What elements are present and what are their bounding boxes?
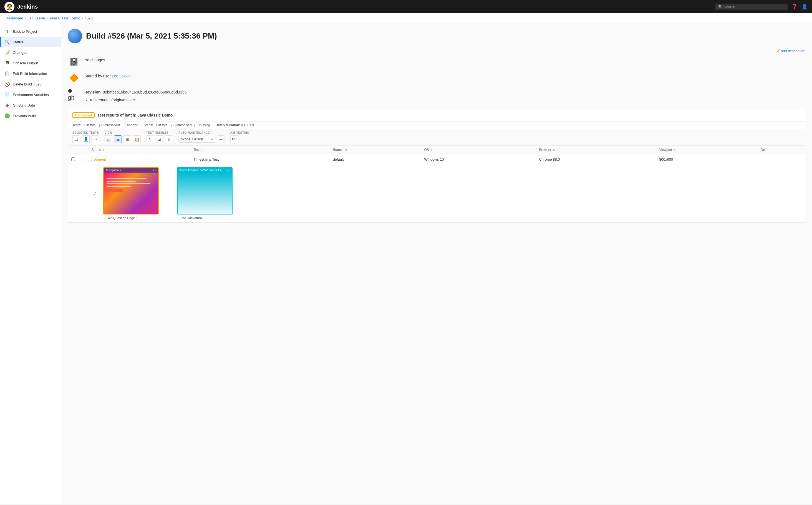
fake-line <box>107 183 150 184</box>
sidebar-item-delete-build[interactable]: 🚫 Delete build '#526' <box>0 79 61 90</box>
sidebar-item-status[interactable]: 🔍 Status <box>0 37 61 47</box>
search-bar[interactable]: 🔍 <box>715 4 788 10</box>
build-title: Build #526 (Mar 5, 2021 5:35:36 PM) <box>86 32 217 40</box>
sidebar-item-back-to-project[interactable]: ⬆ Back to Project <box>0 26 61 37</box>
revision-row: ◆ git Revision: 80bafceb16bd041638b9d320… <box>68 88 805 103</box>
fake-line <box>107 181 136 182</box>
test-results-label: TEST RESULTS <box>146 131 168 134</box>
maintenance-action-btn[interactable]: ⇢ <box>217 135 225 143</box>
thumbnail-img-1[interactable]: 👁 applitools × □ <box>103 167 159 214</box>
thumb-visual-2 <box>178 172 232 214</box>
grid-btn[interactable]: ⊞ <box>124 135 131 143</box>
git-icon-main: ◆ git <box>68 88 80 100</box>
ab-testing-controls: A/B <box>230 135 238 143</box>
compare-icon: ≠ <box>92 191 99 196</box>
jenkins-logo: 🤵 Jenkins <box>4 2 38 12</box>
help-icon[interactable]: ❓ <box>792 4 798 10</box>
sidebar-item-changes[interactable]: 📝 Changes <box>0 47 61 58</box>
user-btn[interactable]: 👤 <box>82 135 90 143</box>
row-branch-cell: default <box>330 154 421 165</box>
breadcrumb-dashboard[interactable]: Dashboard <box>6 16 23 20</box>
thumb-star-2[interactable]: ☆ <box>177 216 180 220</box>
row-checkbox[interactable] <box>71 157 75 161</box>
jenkins-icon: 🤵 <box>4 2 14 12</box>
col-star <box>78 146 88 154</box>
view-controls: 📊 ☰ ⊞ 📋 <box>105 135 141 143</box>
thumbnail-img-2[interactable]: Service transition: #42045 snapshot in .… <box>177 167 232 214</box>
row-os-cell: Windows 10 <box>421 154 536 165</box>
user-icon[interactable]: 👤 <box>801 4 808 10</box>
view-label: VIEW <box>105 131 112 134</box>
thumb-label-text-2: 2/2 Hackathon <box>181 216 203 220</box>
col-de: De <box>757 146 805 154</box>
pencil-icon: 📝 <box>775 49 780 53</box>
sidebar-item-edit-build-info[interactable]: 📋 Edit Build Information <box>0 68 61 79</box>
scope-label: Scope: Default <box>181 137 203 141</box>
os-sort-icon[interactable]: ⇅ <box>431 149 433 152</box>
sidebar-item-console-output[interactable]: 🖥 Console Output <box>0 58 61 68</box>
row-test-cell: Timestamp Test <box>190 154 329 165</box>
ab-btn[interactable]: A/B <box>230 135 238 143</box>
filter-btn[interactable]: ⊿ <box>156 135 163 143</box>
test-card-header: Unresolved Test results of batch: Java C… <box>68 109 805 122</box>
refresh-btn[interactable]: ↻ <box>146 135 154 143</box>
breadcrumb-leo-laskin[interactable]: Leo Laskin <box>27 16 45 20</box>
browser-sort-icon[interactable]: ⇅ <box>553 149 555 152</box>
sidebar-item-env-vars[interactable]: 📄 Environment Variables <box>0 90 61 100</box>
viewport-sort-icon[interactable]: ⇅ <box>673 149 676 152</box>
breadcrumb-java-classic-demo[interactable]: Java Classic Demo <box>49 16 80 20</box>
thumb-star-1[interactable]: ☆ <box>103 216 106 220</box>
more-btn[interactable]: ⋯ <box>91 135 99 143</box>
sidebar-label-changes: Changes <box>13 50 27 55</box>
col-os: OS ⇅ <box>421 146 536 154</box>
revision-value: 80bafceb16bd041638b9d320cfe0668d0d5d3355 <box>103 90 186 94</box>
thumbnail-2: Service transition: #42045 snapshot in .… <box>177 167 232 220</box>
changes-icon: 📝 <box>4 50 10 55</box>
thumbnail-row: ≠ 👁 applitools × □ <box>68 165 805 222</box>
no-changes-text: No changes. <box>85 56 106 63</box>
row-de-cell <box>757 154 805 165</box>
fake-content-1 <box>107 178 155 192</box>
steps-total: 1 in total <box>156 123 168 127</box>
breadcrumb-sep-1: › <box>25 17 26 20</box>
test-toolbar: SELECTED TESTS ☐ 👤 ⋯ VIEW 📊 ☰ ⊞ 📋 <box>68 129 805 146</box>
previous-build-icon: 🟢 <box>4 113 10 119</box>
scope-select[interactable]: Scope: Default ▾ <box>178 136 215 143</box>
row-checkbox-cell[interactable] <box>68 154 78 165</box>
back-arrow-icon: ⬆ <box>4 29 10 34</box>
steps-unresolved: 2 unresolved <box>173 123 192 127</box>
user-link[interactable]: Leo Laskin <box>112 74 131 78</box>
row-star-cell[interactable]: ☆ <box>78 154 88 165</box>
steps-missing: 1 missing <box>196 123 210 127</box>
col-status: Status ⇅ <box>88 146 190 154</box>
applitools-header-1: 👁 applitools × □ <box>104 168 158 173</box>
list-btn[interactable]: ☰ <box>114 135 122 143</box>
search-input[interactable] <box>724 5 785 9</box>
test-results-group: TEST RESULTS ↻ ⊿ ⎋ <box>146 131 173 143</box>
nav-icons: ❓ 👤 <box>792 4 808 10</box>
thumb-label-text-1: 1/2 Question Page 1 <box>108 216 138 220</box>
separator-icon: — <box>163 191 173 196</box>
steps-label: Steps: <box>144 123 153 127</box>
ab-testing-group: A/B TESTING A/B <box>230 131 250 143</box>
chart-btn[interactable]: 📊 <box>105 135 112 143</box>
sidebar-item-previous-build[interactable]: 🟢 Previous Build <box>0 111 61 121</box>
checkbox-btn[interactable]: ☐ <box>72 135 80 143</box>
star-icon[interactable]: ☆ <box>82 157 85 162</box>
branch-sort-icon[interactable]: ⇅ <box>345 149 347 152</box>
thumbnail-1: 👁 applitools × □ <box>103 167 159 220</box>
teal-header: Service transition: #42045 snapshot in .… <box>178 168 232 172</box>
test-results-controls: ↻ ⊿ ⎋ <box>146 135 173 143</box>
status-badge: Aborted <box>92 157 108 162</box>
sidebar-label-status: Status <box>13 40 23 44</box>
sidebar-item-git-build-data[interactable]: ◆ Git Build Data <box>0 100 61 111</box>
graph-btn[interactable]: ⎋ <box>165 135 173 143</box>
thumb-label-2: ☆ 2/2 Hackathon <box>177 216 232 220</box>
add-description-link[interactable]: 📝 add description <box>775 49 805 53</box>
view-group: VIEW 📊 ☰ ⊞ 📋 <box>105 131 141 143</box>
status-sort-icon[interactable]: ⇅ <box>103 149 105 152</box>
details-btn[interactable]: 📋 <box>133 135 141 143</box>
test-sort-icon[interactable]: ↑ <box>201 149 203 152</box>
auto-maintenance-group: AUTO MAINTENANCE Scope: Default ▾ ⇢ <box>178 131 225 143</box>
sidebar-label-git-build: Git Build Data <box>13 103 35 108</box>
